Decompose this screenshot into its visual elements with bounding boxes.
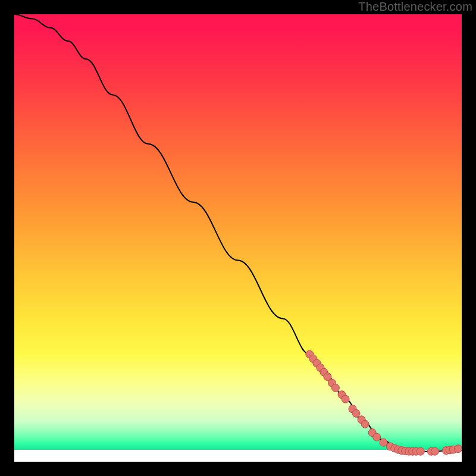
data-dot <box>373 433 381 441</box>
data-dots-group <box>306 350 462 455</box>
data-dot <box>331 384 339 392</box>
chart-stage: TheBottlenecker.com <box>0 0 476 476</box>
data-dot <box>342 395 349 403</box>
data-dot <box>455 445 462 453</box>
data-dot <box>380 439 387 446</box>
watermark-label: TheBottlenecker.com <box>358 0 472 14</box>
data-dot <box>361 420 369 428</box>
data-dot <box>416 447 424 455</box>
data-dot <box>431 447 439 455</box>
chart-overlay-svg <box>14 14 462 462</box>
data-dot <box>352 409 360 417</box>
bottleneck-curve <box>14 14 462 452</box>
plot-area <box>14 14 462 462</box>
